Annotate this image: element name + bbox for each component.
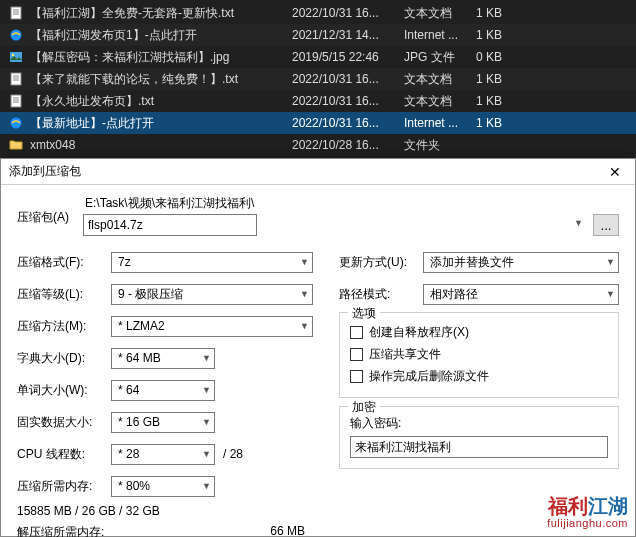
chevron-down-icon: ▼	[574, 218, 583, 228]
password-label: 输入密码:	[350, 415, 608, 432]
level-label: 压缩等级(L):	[17, 286, 111, 303]
archive-label: 压缩包(A)	[17, 195, 83, 226]
solid-label: 固实数据大小:	[17, 414, 111, 431]
update-label: 更新方式(U):	[339, 254, 423, 271]
file-row[interactable]: 【解压密码：来福利江湖找福利】.jpg2019/5/15 22:46JPG 文件…	[0, 46, 636, 68]
opt-share-row[interactable]: 压缩共享文件	[350, 343, 608, 365]
checkbox-icon[interactable]	[350, 370, 363, 383]
file-type: JPG 文件	[404, 49, 476, 66]
pathmode-label: 路径模式:	[339, 286, 423, 303]
svg-rect-11	[11, 95, 21, 107]
dialog-title: 添加到压缩包	[9, 163, 595, 180]
file-row[interactable]: 【永久地址发布页】.txt2022/10/31 16...文本文档1 KB	[0, 90, 636, 112]
folder-icon	[8, 137, 24, 153]
file-name: 【解压密码：来福利江湖找福利】.jpg	[30, 49, 292, 66]
file-row[interactable]: 【福利江湖发布页1】-点此打开2021/12/31 14...Internet …	[0, 24, 636, 46]
file-type: 文本文档	[404, 71, 476, 88]
opt-sfx-row[interactable]: 创建自释放程序(X)	[350, 321, 608, 343]
dict-label: 字典大小(D):	[17, 350, 111, 367]
method-select[interactable]: * LZMA2	[111, 316, 313, 337]
memneed-select[interactable]: * 80%	[111, 476, 215, 497]
archive-dialog: 添加到压缩包 ✕ 压缩包(A) E:\Task\视频\来福利江湖找福利\ ▼ .…	[0, 158, 636, 537]
file-name: 【来了就能下载的论坛，纯免费！】.txt	[30, 71, 292, 88]
file-size: 1 KB	[476, 28, 536, 42]
file-row[interactable]: 【最新地址】-点此打开2022/10/31 16...Internet ...1…	[0, 112, 636, 134]
word-label: 单词大小(W):	[17, 382, 111, 399]
file-name: 【最新地址】-点此打开	[30, 115, 292, 132]
opt-share-label: 压缩共享文件	[369, 346, 441, 363]
txt-icon	[8, 5, 24, 21]
format-select[interactable]: 7z	[111, 252, 313, 273]
file-date: 2022/10/31 16...	[292, 94, 404, 108]
word-select[interactable]: * 64	[111, 380, 215, 401]
file-row[interactable]: 【福利江湖】全免费-无套路-更新快.txt2022/10/31 16...文本文…	[0, 2, 636, 24]
txt-icon	[8, 71, 24, 87]
file-size: 1 KB	[476, 116, 536, 130]
file-name: 【永久地址发布页】.txt	[30, 93, 292, 110]
checkbox-icon[interactable]	[350, 326, 363, 339]
file-row[interactable]: xmtx0482022/10/28 16...文件夹	[0, 134, 636, 156]
svg-rect-0	[11, 7, 21, 19]
file-type: 文本文档	[404, 5, 476, 22]
options-title: 选项	[348, 305, 380, 322]
file-date: 2022/10/31 16...	[292, 116, 404, 130]
file-type: 文件夹	[404, 137, 476, 154]
file-name: xmtx048	[30, 138, 292, 152]
ie-icon	[8, 27, 24, 43]
img-icon	[8, 49, 24, 65]
level-select[interactable]: 9 - 极限压缩	[111, 284, 313, 305]
cpu-total: / 28	[223, 447, 243, 461]
file-type: Internet ...	[404, 116, 476, 130]
ie-icon	[8, 115, 24, 131]
file-date: 2022/10/31 16...	[292, 72, 404, 86]
file-list: 【福利江湖】全免费-无套路-更新快.txt2022/10/31 16...文本文…	[0, 0, 636, 158]
file-row[interactable]: 【来了就能下载的论坛，纯免费！】.txt2022/10/31 16...文本文档…	[0, 68, 636, 90]
solid-select[interactable]: * 16 GB	[111, 412, 215, 433]
encryption-title: 加密	[348, 399, 380, 416]
method-label: 压缩方法(M):	[17, 318, 111, 335]
file-name: 【福利江湖发布页1】-点此打开	[30, 27, 292, 44]
svg-rect-5	[10, 52, 22, 62]
encryption-group: 加密 输入密码:	[339, 406, 619, 469]
file-size: 1 KB	[476, 72, 536, 86]
titlebar: 添加到压缩包 ✕	[1, 159, 635, 185]
file-type: Internet ...	[404, 28, 476, 42]
cpu-label: CPU 线程数:	[17, 446, 111, 463]
svg-point-6	[12, 54, 14, 56]
archive-name-input[interactable]	[83, 214, 257, 236]
update-select[interactable]: 添加并替换文件	[423, 252, 619, 273]
archive-path-above: E:\Task\视频\来福利江湖找福利\	[83, 195, 619, 212]
file-size: 1 KB	[476, 94, 536, 108]
opt-delete-row[interactable]: 操作完成后删除源文件	[350, 365, 608, 387]
memneed-label: 压缩所需内存:	[17, 478, 111, 495]
file-date: 2022/10/31 16...	[292, 6, 404, 20]
memdec-value: 66 MB	[270, 524, 305, 537]
opt-sfx-label: 创建自释放程序(X)	[369, 324, 469, 341]
options-group: 选项 创建自释放程序(X) 压缩共享文件 操作完成后删除源文件	[339, 312, 619, 398]
file-size: 1 KB	[476, 6, 536, 20]
format-label: 压缩格式(F):	[17, 254, 111, 271]
file-date: 2022/10/28 16...	[292, 138, 404, 152]
memneed-value: 15885 MB / 26 GB / 32 GB	[17, 504, 313, 518]
close-button[interactable]: ✕	[595, 159, 635, 185]
file-size: 0 KB	[476, 50, 536, 64]
checkbox-icon[interactable]	[350, 348, 363, 361]
memdec-label: 解压缩所需内存:	[17, 524, 104, 537]
txt-icon	[8, 93, 24, 109]
watermark: 福利江湖 fulijianghu.com	[547, 495, 628, 529]
file-name: 【福利江湖】全免费-无套路-更新快.txt	[30, 5, 292, 22]
dict-select[interactable]: * 64 MB	[111, 348, 215, 369]
cpu-select[interactable]: * 28	[111, 444, 215, 465]
pathmode-select[interactable]: 相对路径	[423, 284, 619, 305]
browse-button[interactable]: ...	[593, 214, 619, 236]
svg-rect-7	[11, 73, 21, 85]
file-date: 2021/12/31 14...	[292, 28, 404, 42]
password-input[interactable]	[350, 436, 608, 458]
opt-delete-label: 操作完成后删除源文件	[369, 368, 489, 385]
file-type: 文本文档	[404, 93, 476, 110]
file-date: 2019/5/15 22:46	[292, 50, 404, 64]
